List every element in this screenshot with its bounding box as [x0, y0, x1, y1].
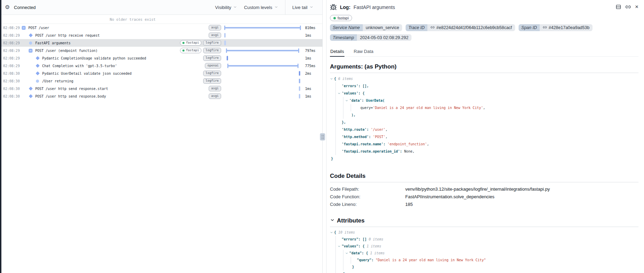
panel-resize-handle[interactable]	[322, 0, 326, 273]
green-dot-icon	[182, 42, 184, 44]
badges: logfire	[203, 55, 224, 61]
indent	[21, 81, 35, 81]
trace-row[interactable]: 02:08:30/User returninglogfire	[1, 77, 322, 85]
diamond-span-icon	[35, 64, 40, 67]
code-line: 'fastapi.route.operation_id': None,	[330, 148, 638, 155]
indent	[21, 73, 35, 74]
token-cls: UserData(	[366, 99, 385, 102]
token-items: 6 items	[338, 77, 353, 81]
trace-timestamp: 02:08:29	[3, 34, 21, 37]
logfire-badge: logfire	[203, 40, 221, 46]
code-detail-row: Code Lineno:185	[330, 201, 638, 208]
trace-row[interactable]: 02:08:30POST /user http send response.st…	[1, 85, 322, 92]
copy-link-icon[interactable]	[625, 4, 631, 10]
circle-span-icon	[28, 42, 33, 45]
trace-row[interactable]: 02:08:29Chat Completion with 'gpt-3.5-tu…	[1, 62, 322, 70]
tab-details[interactable]: Details	[330, 49, 344, 57]
token-str: 'endpoint_function'	[387, 142, 427, 146]
token-brace: ),	[351, 113, 356, 117]
collapse-chevron-icon[interactable]	[345, 252, 348, 255]
duration-bar	[299, 79, 300, 83]
resize-grip-icon[interactable]	[320, 133, 325, 140]
logfire-badge: logfire	[203, 55, 221, 61]
duration-label: 1ms	[302, 94, 322, 98]
chip-value: unknown_service	[363, 24, 402, 31]
link-icon	[543, 25, 547, 30]
collapse-span-icon[interactable]	[21, 26, 26, 30]
trace-timestamp: 02:08:29	[3, 41, 21, 45]
toolbar-controls: Visibility Custom levels Live tail	[215, 0, 322, 15]
duration-bar	[227, 56, 228, 61]
token-key: "query":	[357, 258, 373, 262]
trace-row[interactable]: 02:08:30POST /user http send response.bo…	[1, 92, 322, 100]
log-title: FastAPI arguments	[353, 4, 395, 10]
chip-label: Service Name	[330, 24, 363, 31]
trace-row[interactable]: 02:08:29POST /user http receive requesta…	[1, 31, 322, 39]
code-line: 'errors': [],	[330, 82, 638, 90]
fastapi-tag-pill[interactable]: fastapi	[330, 15, 352, 21]
section-divider	[330, 73, 638, 73]
no-older-traces-banner: No older traces exist	[1, 15, 322, 24]
chip-value[interactable]: #428e17a0ea9ad53b	[540, 24, 593, 31]
indent-guide	[335, 257, 336, 264]
token-plain: ,	[385, 135, 387, 139]
logfire-badge: logfire	[203, 48, 221, 53]
span-label: POST /user	[28, 26, 209, 30]
duration-bar-track	[224, 31, 302, 39]
trace-row[interactable]: 02:08:29POST /userasgi810ms	[1, 24, 322, 31]
collapse-chevron-icon[interactable]	[338, 92, 341, 95]
chip-value: 2024-05-03 02:08:29.292	[357, 34, 411, 41]
visibility-label: Visibility	[215, 5, 231, 10]
span-label: POST /user http send response.body	[35, 94, 209, 98]
token-plain: query=	[360, 106, 373, 110]
chevron-down-icon[interactable]	[330, 217, 335, 224]
close-icon[interactable]: ×	[635, 4, 638, 10]
duration-bar-track	[224, 47, 302, 54]
indent	[21, 89, 28, 89]
chip-value[interactable]: #e8224d24d41f064b112c6eb9cb58cacf	[427, 24, 515, 31]
indent-guide	[343, 104, 343, 111]
metadata-row: Service Nameunknown_serviceTrace ID#e822…	[330, 24, 638, 31]
token-brace: {	[334, 230, 338, 234]
span-label: /User returning	[42, 79, 203, 83]
trace-timestamp: 02:08:30	[3, 94, 21, 98]
custom-levels-dropdown[interactable]: Custom levels	[244, 5, 278, 10]
code-line: "values": { 1 items	[330, 243, 638, 250]
indent-guide	[335, 133, 336, 140]
visibility-dropdown[interactable]: Visibility	[215, 5, 237, 10]
indent-guide	[351, 257, 351, 264]
trace-timestamp: 02:08:30	[3, 72, 21, 75]
badges: asgi	[209, 86, 224, 91]
trace-row[interactable]: 02:08:30Pydantic UserDetail validate_jso…	[1, 70, 322, 77]
collapse-chevron-icon[interactable]	[330, 231, 333, 234]
collapse-span-icon[interactable]	[28, 49, 33, 53]
span-label: FastAPI arguments	[35, 41, 180, 45]
diamond-span-icon	[28, 34, 33, 37]
trace-row[interactable]: 02:08:29FastAPI argumentsfastapilogfire	[1, 39, 322, 47]
collapse-chevron-icon[interactable]	[330, 77, 333, 80]
detail-actions: ×	[616, 4, 638, 10]
logfire-live-view: ⚙ Connected Visibility Custom levels Liv…	[0, 0, 644, 273]
duration-bar	[299, 87, 300, 91]
trace-row[interactable]: 02:08:29Pydantic CompletionUsage validat…	[1, 54, 322, 62]
detail-tabs: DetailsRaw Data	[330, 49, 638, 57]
live-tail-dropdown[interactable]: Live tail	[292, 5, 313, 10]
token-brace: }	[352, 265, 354, 269]
token-plain: ,	[427, 142, 429, 146]
green-dot-icon	[182, 49, 184, 52]
link-icon	[430, 25, 435, 30]
panel-layout-icon[interactable]	[616, 4, 621, 10]
diamond-span-icon	[28, 87, 33, 90]
asgi-badge: asgi	[209, 25, 221, 30]
badges: openai	[205, 63, 224, 69]
trace-row[interactable]: 02:08:29POST /user (endpoint_function)fa…	[1, 47, 322, 54]
kv-value: 185	[405, 201, 413, 208]
collapse-chevron-icon[interactable]	[345, 99, 348, 102]
tab-raw-data[interactable]: Raw Data	[353, 49, 374, 57]
settings-gear-icon[interactable]: ⚙	[5, 4, 10, 10]
collapse-chevron-icon[interactable]	[338, 245, 341, 248]
chevron-down-icon	[274, 5, 278, 10]
duration-label: 1ms	[302, 56, 322, 60]
duration-bar-track	[224, 39, 302, 47]
duration-bar	[224, 40, 226, 45]
